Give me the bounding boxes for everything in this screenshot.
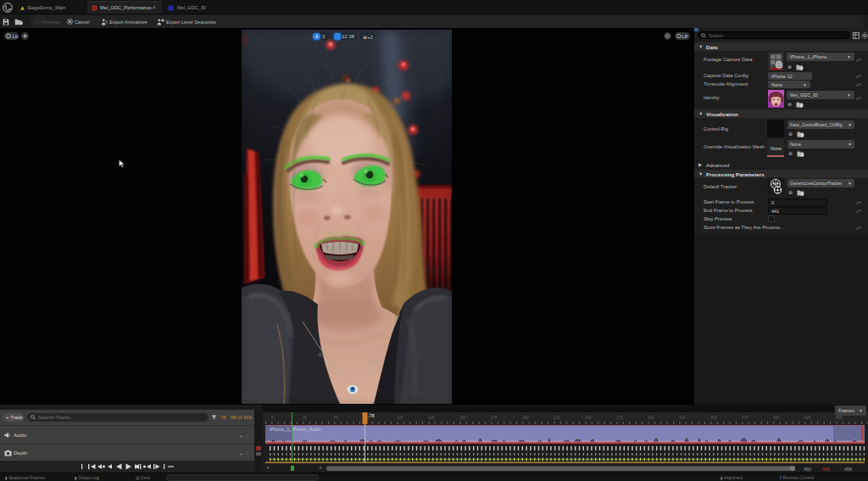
svg-text:450: 450 (836, 416, 843, 420)
svg-text:100: 100 (397, 416, 403, 420)
svg-text:+: + (266, 465, 270, 471)
svg-text:150: 150 (459, 416, 466, 420)
svg-text:78: 78 (370, 413, 375, 418)
svg-text:275: 275 (616, 416, 623, 420)
svg-text:25: 25 (303, 416, 308, 420)
svg-text:325: 325 (679, 416, 686, 420)
svg-text:300: 300 (648, 416, 654, 420)
svg-text:350: 350 (710, 416, 717, 420)
svg-text:250: 250 (585, 416, 592, 420)
svg-text:445: 445 (822, 467, 830, 472)
svg-text:50: 50 (334, 416, 339, 420)
svg-text:460: 460 (804, 467, 811, 472)
svg-text:375: 375 (742, 416, 748, 420)
svg-text:LR: LR (682, 34, 688, 39)
svg-text:iPhone_1_iPhone_Audio: iPhone_1_iPhone_Audio (270, 427, 321, 432)
svg-text:200: 200 (522, 416, 529, 420)
svg-text:425: 425 (804, 416, 811, 420)
svg-text:+: + (319, 465, 322, 471)
svg-text:458: 458 (844, 467, 852, 472)
svg-text:175: 175 (491, 416, 498, 420)
svg-text:225: 225 (554, 416, 560, 420)
svg-text:125: 125 (428, 416, 435, 420)
svg-text:Lit: Lit (13, 34, 19, 39)
svg-text:400: 400 (773, 416, 780, 420)
